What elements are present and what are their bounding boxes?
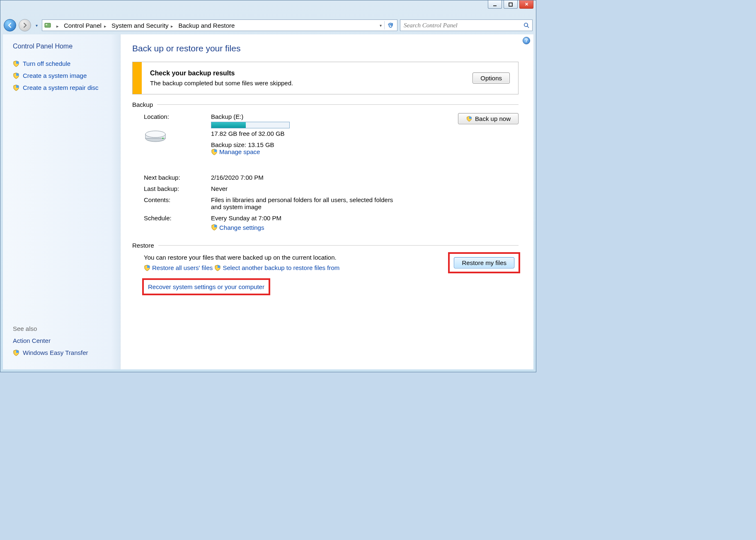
link-label: Windows Easy Transfer (23, 349, 88, 356)
backup-details: Location: Backup (E:) 17.82 GB free of 3… (144, 113, 519, 232)
breadcrumb-label: Control Panel (64, 22, 102, 29)
page-title: Back up or restore your files (132, 43, 519, 53)
refresh-icon[interactable] (387, 22, 394, 29)
shield-icon (13, 72, 19, 79)
breadcrumb-control-panel[interactable]: Control Panel (62, 21, 108, 30)
back-button[interactable] (4, 19, 16, 31)
control-panel-home-link[interactable]: Control Panel Home (13, 43, 112, 50)
nav-bar: ▾ Control Panel System and Security Back… (4, 18, 533, 33)
main-panel: ? Back up or restore your files Check yo… (121, 34, 533, 369)
restore-section-header: Restore (132, 242, 519, 249)
hard-drive-icon (144, 123, 167, 147)
link-label: Create a system image (23, 72, 87, 79)
options-button[interactable]: Options (472, 72, 510, 84)
section-title: Restore (132, 242, 154, 249)
disk-free-text: 17.82 GB free of 32.00 GB (211, 130, 431, 137)
backup-size-text: Backup size: 13.15 GB (211, 141, 431, 148)
breadcrumb-label: System and Security (111, 22, 169, 29)
separator (384, 21, 385, 29)
svg-point-9 (162, 137, 164, 139)
shield-icon (13, 60, 19, 67)
restore-row: You can restore your files that were bac… (144, 254, 519, 272)
chevron-right-icon (55, 22, 59, 29)
search-icon[interactable] (523, 22, 530, 29)
turn-off-schedule-link[interactable]: Turn off schedule (13, 60, 112, 67)
address-history-dropdown[interactable]: ▾ (380, 23, 382, 28)
button-label: Back up now (475, 115, 511, 122)
maximize-button[interactable] (504, 0, 518, 9)
sidebar-bottom: See also Action Center Windows Easy Tran… (13, 325, 112, 361)
svg-rect-3 (46, 24, 47, 25)
link-label: Action Center (13, 337, 51, 344)
shield-icon (13, 350, 19, 356)
search-box[interactable] (400, 19, 533, 31)
easy-transfer-link[interactable]: Windows Easy Transfer (13, 349, 112, 356)
restore-all-users-link[interactable]: Restore all users' files (144, 264, 213, 271)
banner-title: Check your backup results (150, 70, 472, 77)
search-input[interactable] (403, 22, 523, 29)
last-backup-label: Last backup: (144, 185, 206, 192)
backup-drive-name: Backup (E:) (211, 113, 431, 120)
link-label: Manage space (219, 148, 260, 155)
section-divider (158, 245, 519, 246)
backup-results-banner: Check your backup results The backup com… (132, 62, 519, 94)
schedule-label: Schedule: (144, 215, 206, 222)
minimize-icon (492, 2, 497, 7)
chevron-right-icon (102, 22, 107, 29)
disk-usage-bar (211, 122, 290, 128)
location-value: Backup (E:) 17.82 GB free of 32.00 GB Ba… (211, 113, 431, 157)
recover-system-link[interactable]: Recover system settings or your computer (148, 283, 264, 290)
see-also-label: See also (13, 325, 112, 332)
section-divider (157, 104, 519, 105)
next-backup-value: 2/16/2020 7:00 PM (211, 174, 431, 181)
link-label: Turn off schedule (23, 60, 70, 67)
link-label: Restore all users' files (152, 264, 213, 271)
highlight-restore-my-files: Restore my files (450, 254, 519, 272)
breadcrumb-root[interactable] (53, 21, 61, 30)
restore-desc: You can restore your files that were bac… (144, 254, 440, 261)
manage-space-link[interactable]: Manage space (211, 148, 260, 155)
close-button[interactable] (519, 0, 533, 9)
svg-rect-0 (493, 5, 497, 6)
maximize-icon (508, 2, 513, 7)
contents-label: Contents: (144, 196, 206, 203)
control-panel-icon (44, 22, 51, 29)
contents-value: Files in libraries and personal folders … (211, 196, 393, 210)
create-system-image-link[interactable]: Create a system image (13, 72, 112, 79)
svg-rect-1 (509, 3, 512, 6)
schedule-text: Every Sunday at 7:00 PM (211, 215, 431, 222)
location-label: Location: (144, 113, 206, 120)
banner-body: The backup completed but some files were… (150, 80, 472, 87)
help-icon[interactable]: ? (523, 37, 530, 44)
schedule-value: Every Sunday at 7:00 PM Change settings (211, 215, 431, 232)
change-settings-link[interactable]: Change settings (211, 224, 264, 231)
back-up-now-button[interactable]: Back up now (458, 113, 519, 124)
disk-usage-fill (211, 122, 246, 128)
forward-arrow-icon (22, 22, 28, 28)
nav-history-dropdown[interactable]: ▾ (34, 22, 39, 28)
restore-my-files-button[interactable]: Restore my files (454, 257, 514, 268)
shield-icon (13, 84, 19, 91)
link-label: Change settings (219, 224, 264, 231)
shield-icon (144, 265, 150, 271)
breadcrumb-backup-restore[interactable]: Backup and Restore (177, 21, 236, 30)
link-label: Select another backup to restore files f… (223, 264, 339, 271)
shield-icon (211, 149, 218, 155)
breadcrumb-label: Backup and Restore (178, 22, 235, 29)
address-bar[interactable]: Control Panel System and Security Backup… (42, 19, 397, 31)
warning-stripe (133, 62, 142, 94)
svg-point-4 (524, 23, 528, 27)
select-another-backup-link[interactable]: Select another backup to restore files f… (214, 264, 339, 271)
forward-button[interactable] (19, 19, 31, 31)
action-center-link[interactable]: Action Center (13, 337, 112, 344)
chevron-right-icon (169, 22, 173, 29)
breadcrumb-system-security[interactable]: System and Security (110, 21, 175, 30)
svg-line-5 (527, 26, 529, 28)
create-repair-disc-link[interactable]: Create a system repair disc (13, 84, 112, 91)
minimize-button[interactable] (488, 0, 502, 9)
client-area: Control Panel Home Turn off schedule Cre… (3, 34, 533, 369)
highlight-recover-system: Recover system settings or your computer (144, 280, 269, 294)
link-label: Create a system repair disc (23, 84, 99, 91)
next-backup-label: Next backup: (144, 174, 206, 181)
shield-icon (466, 116, 472, 122)
